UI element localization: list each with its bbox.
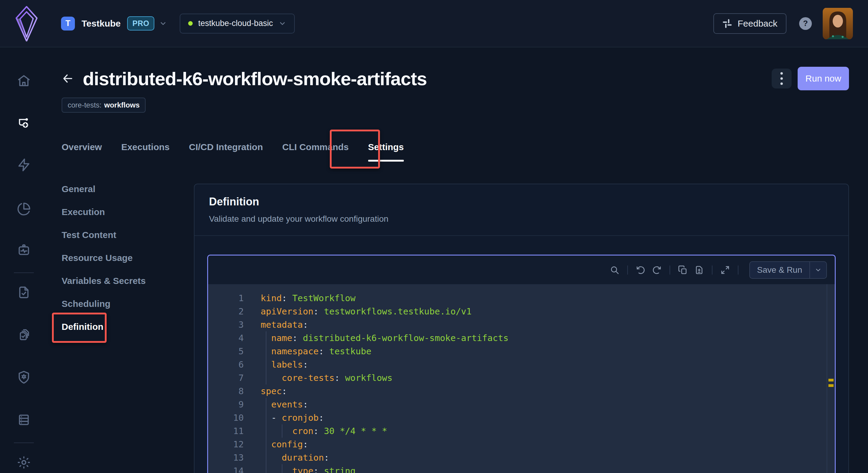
title-row: distributed-k6-workflow-smoke-artifacts … [62,67,849,90]
subnav-item-execution[interactable]: Execution [62,200,194,223]
sidebar-item-tests[interactable] [17,285,31,299]
sidebar-item-runner[interactable] [17,243,31,257]
feedback-button[interactable]: Feedback [713,13,786,34]
run-now-button[interactable]: Run now [798,67,849,90]
copy-icon[interactable] [678,265,688,275]
code-line-4: 4 name: distributed-k6-workflow-smoke-ar… [208,332,835,345]
code-line-12: 12 config: [208,438,835,451]
indent-guide [266,345,267,358]
tab-cli-commands[interactable]: CLI Commands [282,141,348,160]
top-bar: T Testkube PRO testkube-cloud-basic Feed… [0,0,868,48]
definition-card-header: Definition Validate and update your work… [194,184,848,236]
subnav-item-general[interactable]: General [62,178,194,200]
gear-icon [17,455,31,469]
testkube-logo-icon[interactable] [15,6,38,41]
sidebar-item-test-workflows[interactable] [17,116,31,130]
code-line-1: 1kind: TestWorkflow [208,291,835,305]
toolbar-divider [627,265,628,275]
line-content: - cronjob: [244,411,324,424]
indent-guide [266,464,267,473]
back-button[interactable] [62,72,74,85]
code-line-8: 8spec: [208,384,835,398]
line-number: 10 [208,411,244,424]
redo-icon[interactable] [652,265,662,275]
line-number: 12 [208,438,244,451]
sidebar-item-test-suites[interactable] [17,328,31,342]
subnav-item-definition[interactable]: Definition [62,315,194,338]
user-avatar[interactable] [823,7,853,39]
line-number: 7 [208,371,244,384]
line-number: 11 [208,424,244,438]
search-icon[interactable] [610,265,619,275]
shield-gear-icon [17,370,31,384]
card-subtitle: Validate and update your workflow config… [209,214,834,224]
sidebar-divider [14,273,34,273]
line-content: name: distributed-k6-workflow-smoke-arti… [244,332,508,345]
slack-icon [722,19,732,28]
sidebar-item-home[interactable] [17,74,31,88]
line-content: duration: [244,451,329,464]
minimap-marker [829,384,834,387]
sidebar-divider [14,442,34,443]
minimap-marker [829,379,834,381]
stacked-documents-icon [17,328,31,342]
line-content: apiVersion: testworkflows.testkube.io/v1 [244,305,471,318]
save-and-run-label: Save & Run [750,265,809,275]
code-line-5: 5 namespace: testkube [208,345,835,358]
line-content: cron: 30 */4 * * * [244,424,387,438]
indent-guide [266,398,267,411]
code-line-3: 3metadata: [208,318,835,332]
tab-overview[interactable]: Overview [62,141,102,160]
monitor-health-icon [17,243,31,257]
subnav-item-resource-usage[interactable]: Resource Usage [62,247,194,270]
tab-ci-cd-integration[interactable]: CI/CD Integration [189,141,263,160]
line-number: 13 [208,451,244,464]
subnav-item-variables-secrets[interactable]: Variables & Secrets [62,270,194,292]
help-button[interactable]: ? [799,17,812,30]
line-content: config: [244,438,308,451]
sidebar-nav [0,48,48,473]
main-content: distributed-k6-workflow-smoke-artifacts … [48,48,868,473]
more-actions-button[interactable] [772,69,792,89]
subnav-item-scheduling[interactable]: Scheduling [62,292,194,315]
line-number: 2 [208,305,244,318]
line-number: 4 [208,332,244,345]
code-line-7: 7 core-tests: workflows [208,371,835,384]
sidebar-item-triggers[interactable] [17,158,31,172]
sidebar-item-services[interactable] [17,413,31,427]
sidebar-item-settings[interactable] [17,455,31,469]
editor-minimap-scrollbar[interactable] [827,284,835,473]
labels-row: core-tests: workflows [62,98,868,113]
toolbar-divider [712,265,712,275]
code-line-9: 9 events: [208,398,835,411]
code-lines: 1kind: TestWorkflow2apiVersion: testwork… [208,291,835,473]
code-editor[interactable]: 1kind: TestWorkflow2apiVersion: testwork… [208,284,835,473]
subnav-item-test-content[interactable]: Test Content [62,223,194,247]
line-content: labels: [244,358,308,371]
line-content: type: string [244,464,355,473]
sidebar-item-insights[interactable] [17,202,31,216]
fullscreen-icon[interactable] [720,265,730,275]
indent-guide [266,358,267,371]
indent-guide [266,332,267,345]
tab-settings[interactable]: Settings [368,141,404,160]
chevron-down-icon[interactable] [810,266,826,274]
definition-card: Definition Validate and update your work… [194,184,849,473]
card-title: Definition [209,196,834,207]
editor-toolbar: Save & Run [208,255,835,284]
environment-selector[interactable]: testkube-cloud-basic [180,13,295,34]
workflow-label-badge: core-tests: workflows [62,98,146,113]
undo-icon[interactable] [636,265,645,275]
line-content: events: [244,398,308,411]
page-title: distributed-k6-workflow-smoke-artifacts [83,68,427,89]
yaml-editor: Save & Run 1kind: TestWorkflow2apiVersio… [207,255,836,473]
settings-layout: GeneralExecutionTest ContentResource Usa… [48,178,868,473]
file-diff-icon[interactable] [694,265,704,275]
org-switcher[interactable]: T Testkube PRO [61,16,167,31]
settings-subnav: GeneralExecutionTest ContentResource Usa… [48,178,194,338]
label-value: workflows [104,101,140,109]
line-content: namespace: testkube [244,345,371,358]
tab-executions[interactable]: Executions [121,141,169,160]
sidebar-item-webhooks[interactable] [17,370,31,384]
save-and-run-button[interactable]: Save & Run [749,261,827,279]
